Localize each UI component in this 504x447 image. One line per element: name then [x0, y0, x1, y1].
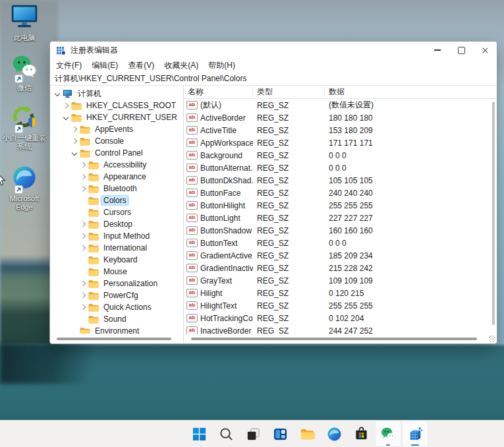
tree-item-label: 计算机 — [76, 88, 103, 100]
minimize-button[interactable] — [426, 42, 449, 59]
address-bar[interactable]: 计算机\HKEY_CURRENT_USER\Control Panel\Colo… — [50, 73, 497, 86]
chevron-right-icon[interactable] — [72, 127, 77, 132]
scrollbar-thumb[interactable] — [191, 338, 476, 340]
tree-item-keyboard[interactable]: Keyboard — [50, 254, 183, 266]
window-titlebar[interactable]: 注册表编辑器 — [50, 42, 497, 59]
value-row-inactiveborder[interactable]: abInactiveBorderREG_SZ244 247 252 — [184, 324, 490, 334]
taskbar-store-icon[interactable] — [348, 421, 374, 447]
tree-item-console[interactable]: Console — [50, 135, 183, 147]
chevron-down-icon[interactable] — [55, 91, 60, 96]
value-row-hilighttext[interactable]: abHilightTextREG_SZ255 255 255 — [184, 299, 490, 312]
tree-item-environment[interactable]: Environment — [50, 325, 183, 334]
value-data: 255 255 255 — [325, 201, 490, 210]
taskbar-edge-icon[interactable] — [321, 421, 347, 447]
tree-item-colors[interactable]: Colors — [50, 194, 183, 206]
value-row-buttonface[interactable]: abButtonFaceREG_SZ240 240 240 — [184, 187, 490, 199]
chevron-right-icon[interactable] — [80, 174, 86, 179]
value-row-gradientactive[interactable]: abGradientActive...REG_SZ185 209 234 — [184, 249, 490, 262]
value-row-默认[interactable]: ab(默认)REG_SZ(数值未设置) — [184, 99, 490, 111]
chevron-right-icon[interactable] — [80, 281, 86, 286]
chevron-right-icon[interactable] — [63, 103, 69, 108]
reg-sz-icon: ab — [186, 101, 198, 109]
tree-item-quick-actions[interactable]: Quick Actions — [50, 301, 183, 313]
value-type: REG_SZ — [253, 226, 325, 235]
chevron-right-icon[interactable] — [72, 138, 77, 144]
value-row-appworkspace[interactable]: abAppWorkspaceREG_SZ171 171 171 — [184, 136, 490, 149]
chevron-right-icon[interactable] — [80, 293, 86, 298]
tree-item-appearance[interactable]: Appearance — [50, 171, 183, 183]
desktop-icon-edge[interactable]: Microsoft Edge — [0, 165, 49, 212]
list-vertical-scrollbar[interactable] — [491, 99, 496, 334]
tree-item-personalization[interactable]: Personalization — [50, 278, 183, 289]
taskbar-search-icon[interactable] — [213, 421, 239, 447]
value-row-buttondkshad[interactable]: abButtonDkShad...REG_SZ105 105 105 — [184, 174, 490, 187]
value-row-buttonshadow[interactable]: abButtonShadowREG_SZ160 160 160 — [184, 224, 490, 237]
value-name: ButtonLight — [200, 214, 240, 223]
tree-item-appevents[interactable]: AppEvents — [50, 123, 183, 135]
chevron-right-icon[interactable] — [80, 233, 86, 239]
chevron-right-icon[interactable] — [80, 245, 86, 251]
column-header-name[interactable]: 名称 — [184, 86, 253, 98]
tree-item-desktop[interactable]: Desktop — [50, 218, 183, 230]
value-row-activetitle[interactable]: abActiveTitleREG_SZ153 180 209 — [184, 124, 490, 136]
value-row-activeborder[interactable]: abActiveBorderREG_SZ180 180 180 — [184, 111, 490, 124]
resize-grip[interactable] — [489, 336, 495, 342]
value-row-buttonhilight[interactable]: abButtonHilightREG_SZ255 255 255 — [184, 199, 490, 212]
column-header-data[interactable]: 数据 — [325, 86, 497, 98]
tree-item-hkey_current_user[interactable]: HKEY_CURRENT_USER — [50, 111, 183, 123]
value-row-gradientinactiv[interactable]: abGradientInactiv...REG_SZ215 228 242 — [184, 262, 490, 274]
chevron-right-icon[interactable] — [80, 162, 86, 167]
close-button[interactable] — [473, 42, 497, 59]
tree-item-control-panel[interactable]: Control Panel — [50, 147, 183, 159]
value-row-graytext[interactable]: abGrayTextREG_SZ109 109 109 — [184, 274, 490, 287]
tree-item-international[interactable]: International — [50, 242, 183, 254]
tree-horizontal-scrollbar[interactable] — [51, 336, 182, 342]
value-row-buttonlight[interactable]: abButtonLightREG_SZ227 227 227 — [184, 212, 490, 224]
menu-help[interactable]: 帮助(H) — [208, 60, 235, 71]
chevron-right-icon[interactable] — [80, 186, 86, 191]
taskbar-start-button[interactable] — [186, 421, 212, 447]
list-header: 名称 类型 数据 — [184, 86, 497, 99]
value-row-hottrackingco[interactable]: abHotTrackingCo...REG_SZ0 102 204 — [184, 312, 490, 324]
value-data: 153 180 209 — [325, 126, 490, 135]
taskbar-widgets-icon[interactable] — [267, 421, 293, 447]
maximize-button[interactable] — [449, 42, 473, 59]
folder-icon — [88, 220, 99, 229]
taskbar-xiaobai-icon[interactable] — [402, 421, 428, 447]
column-header-type[interactable]: 类型 — [253, 86, 325, 98]
value-row-background[interactable]: abBackgroundREG_SZ0 0 0 — [184, 149, 490, 162]
value-row-buttontext[interactable]: abButtonTextREG_SZ0 0 0 — [184, 237, 490, 249]
tree-item-bluetooth[interactable]: Bluetooth — [50, 183, 183, 194]
chevron-down-icon[interactable] — [72, 150, 77, 156]
tree-item-powercfg[interactable]: PowerCfg — [50, 289, 183, 301]
tree-item-cursors[interactable]: Cursors — [50, 206, 183, 218]
value-type: REG_SZ — [253, 239, 325, 248]
desktop-icon-xiaobai[interactable]: 小白一键重装系统 — [0, 104, 49, 151]
scrollbar-thumb[interactable] — [57, 338, 171, 340]
menu-file[interactable]: 文件(F) — [56, 60, 82, 71]
chevron-right-icon[interactable] — [80, 305, 86, 310]
value-row-buttonalternat[interactable]: abButtonAlternat...REG_SZ0 0 0 — [184, 162, 490, 174]
store-icon — [354, 427, 369, 442]
chevron-down-icon[interactable] — [63, 115, 69, 120]
taskbar-file-explorer-icon[interactable] — [294, 421, 320, 447]
menu-edit[interactable]: 编辑(E) — [92, 60, 118, 71]
tree-item-hkey_classes_root[interactable]: HKEY_CLASSES_ROOT — [50, 100, 183, 111]
tree-item-sound[interactable]: Sound — [50, 313, 183, 325]
tree-item-计算机[interactable]: 计算机 — [50, 88, 183, 100]
tree-item-label: HKEY_CLASSES_ROOT — [84, 101, 178, 110]
edge-icon — [327, 427, 342, 442]
tree-item-accessibility[interactable]: Accessibility — [50, 159, 183, 171]
taskbar-task-view-icon[interactable] — [240, 421, 266, 447]
tree-item-input-method[interactable]: Input Method — [50, 230, 183, 242]
desktop-icon-this-pc[interactable]: 此电脑 — [0, 4, 49, 42]
chevron-right-icon[interactable] — [80, 222, 86, 227]
desktop-icon-wechat[interactable]: 微信 — [0, 54, 49, 92]
menu-favorites[interactable]: 收藏夹(A) — [164, 60, 198, 71]
menu-view[interactable]: 查看(V) — [128, 60, 154, 71]
taskbar-wechat-icon[interactable] — [375, 421, 401, 447]
value-row-hilight[interactable]: abHilightREG_SZ0 120 215 — [184, 287, 490, 299]
scrollbar-thumb[interactable] — [492, 102, 495, 325]
tree-item-mouse[interactable]: Mouse — [50, 266, 183, 278]
list-horizontal-scrollbar[interactable] — [185, 336, 489, 342]
